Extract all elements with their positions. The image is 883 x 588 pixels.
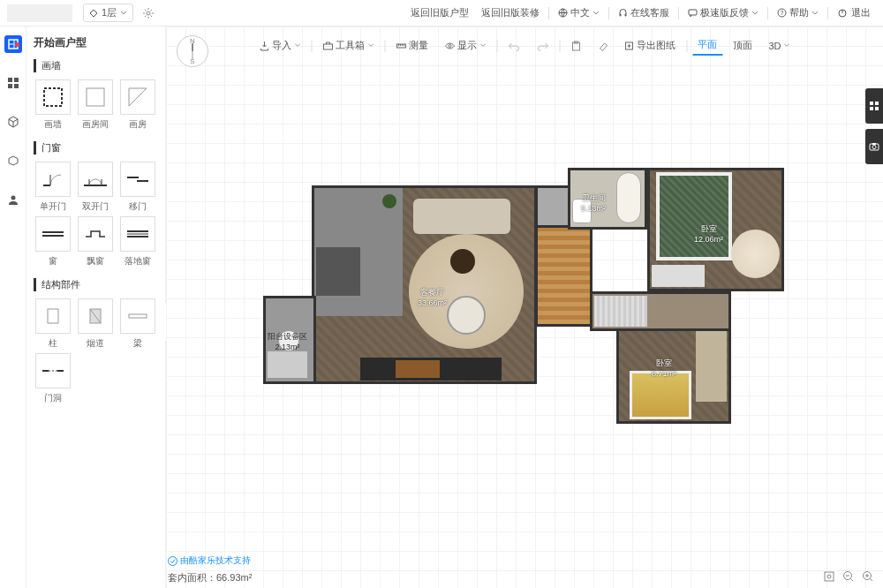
room-bath-area: 5.13m² xyxy=(581,204,606,213)
svg-point-55 xyxy=(827,575,831,578)
chevron-down-icon xyxy=(784,42,790,49)
credit: 由酷家乐技术支持 xyxy=(168,554,251,567)
comment-icon xyxy=(688,8,698,18)
tool-draw-wall[interactable]: 画墙 xyxy=(34,79,72,131)
help-link[interactable]: ? 帮助 xyxy=(772,6,824,19)
check-icon xyxy=(168,556,177,566)
svg-rect-14 xyxy=(14,84,19,88)
settings-gear-icon[interactable] xyxy=(142,7,155,19)
language-selector[interactable]: 中文 xyxy=(553,6,605,19)
export-button[interactable]: 导出图纸 xyxy=(618,36,681,55)
tool-beam[interactable]: 梁 xyxy=(118,298,157,350)
chevron-down-icon xyxy=(120,10,127,17)
svg-point-51 xyxy=(872,146,876,149)
svg-line-58 xyxy=(851,579,854,582)
nav-models[interactable] xyxy=(4,113,22,131)
svg-point-15 xyxy=(11,196,15,200)
svg-point-53 xyxy=(169,556,177,565)
erase-button[interactable] xyxy=(592,38,613,54)
exit-button[interactable]: 退出 xyxy=(832,6,876,19)
room-bedroom-name: 卧室 xyxy=(694,223,723,235)
tool-panel: 开始画户型 画墙 画墙 画房间 画房 门窗 单开门 xyxy=(26,26,166,588)
zoom-in[interactable] xyxy=(862,570,874,583)
redo-button[interactable] xyxy=(531,38,554,54)
tool-draw-room[interactable]: 画房间 xyxy=(76,79,115,131)
export-icon xyxy=(623,41,634,51)
svg-marker-0 xyxy=(90,10,97,17)
tool-floor-window[interactable]: 落地窗 xyxy=(118,216,157,268)
service-link[interactable]: 在线客服 xyxy=(613,6,675,19)
tool-single-door[interactable]: 单开门 xyxy=(34,162,72,213)
svg-rect-13 xyxy=(8,84,12,88)
eye-icon xyxy=(444,41,455,51)
side-nav xyxy=(0,26,26,588)
compass[interactable] xyxy=(177,35,208,67)
separator xyxy=(827,7,828,19)
top-bar: 1层 返回旧版户型 返回旧版装修 中文 在线客服 极速版反馈 ? 帮 xyxy=(0,0,883,26)
feedback-link[interactable]: 极速版反馈 xyxy=(683,6,764,19)
view-3d[interactable]: 3D xyxy=(763,38,795,54)
svg-rect-54 xyxy=(825,572,834,581)
room-bedroom-area: 12.06m² xyxy=(694,235,723,244)
svg-rect-3 xyxy=(689,10,697,15)
tool-niche[interactable]: 烟道 xyxy=(76,298,115,350)
toolbox-button[interactable]: 工具箱 xyxy=(317,36,379,55)
tool-window[interactable]: 窗 xyxy=(34,216,72,268)
svg-rect-52 xyxy=(872,143,876,145)
svg-rect-47 xyxy=(875,102,879,105)
floorplan[interactable]: 客餐厅 33.66m² 卫生间 5.13m² 卧室 12.06m² 阳台设备区 … xyxy=(219,159,753,441)
floor-icon xyxy=(89,9,98,18)
tool-bay-window[interactable]: 飘窗 xyxy=(76,216,115,268)
undo-button[interactable] xyxy=(502,38,525,54)
canvas[interactable]: 导入 工具箱 测量 显示 导出图纸 平面 顶面 xyxy=(166,26,883,588)
nav-materials[interactable] xyxy=(4,74,22,92)
import-icon xyxy=(259,41,269,51)
toolbox-icon xyxy=(322,41,333,51)
svg-rect-29 xyxy=(48,309,58,323)
svg-rect-36 xyxy=(323,44,332,49)
nav-floorplan[interactable] xyxy=(4,35,22,53)
tool-draw-free[interactable]: 画房 xyxy=(118,79,157,131)
room-bedroom2-area: 8.71m² xyxy=(652,369,676,378)
svg-rect-48 xyxy=(870,107,873,110)
nav-profile[interactable] xyxy=(4,191,22,208)
tool-double-door[interactable]: 双开门 xyxy=(76,162,115,213)
chevron-down-icon xyxy=(294,42,300,49)
room-bath-name: 卫生间 xyxy=(581,192,606,204)
tool-column[interactable]: 柱 xyxy=(34,298,72,350)
tool-opening[interactable]: 门洞 xyxy=(34,353,72,404)
back-layout-link[interactable]: 返回旧版户型 xyxy=(405,6,474,19)
nav-custom[interactable] xyxy=(4,152,22,170)
chevron-down-icon xyxy=(592,10,600,17)
view-ceiling[interactable]: 顶面 xyxy=(728,36,758,55)
measure-button[interactable]: 测量 xyxy=(390,36,434,55)
svg-line-62 xyxy=(871,579,873,582)
svg-rect-11 xyxy=(8,78,12,82)
separator xyxy=(678,7,679,19)
zoom-controls xyxy=(823,570,874,583)
app-logo xyxy=(7,4,72,22)
right-tab-grid[interactable] xyxy=(865,88,883,124)
view-plan[interactable]: 平面 xyxy=(692,35,722,56)
display-button[interactable]: 显示 xyxy=(439,36,491,55)
svg-rect-46 xyxy=(870,102,873,105)
right-tabs xyxy=(865,88,883,164)
back-decor-link[interactable]: 返回旧版装修 xyxy=(476,6,545,19)
section-wall: 画墙 xyxy=(34,59,158,72)
separator xyxy=(548,7,549,19)
zoom-out[interactable] xyxy=(842,570,855,583)
room-living-name: 客餐厅 xyxy=(418,287,447,298)
floor-selector[interactable]: 1层 xyxy=(83,4,133,22)
separator xyxy=(608,7,609,19)
tool-slide-door[interactable]: 移门 xyxy=(118,162,157,213)
import-button[interactable]: 导入 xyxy=(253,36,306,55)
room-bedroom2-name: 卧室 xyxy=(652,358,676,369)
right-tab-camera[interactable] xyxy=(865,129,883,164)
floor-label: 1层 xyxy=(102,6,117,19)
zoom-fit[interactable] xyxy=(823,570,835,583)
paste-button[interactable] xyxy=(565,38,586,54)
canvas-toolbar: 导入 工具箱 测量 显示 导出图纸 平面 顶面 xyxy=(253,35,795,56)
chevron-down-icon xyxy=(479,42,486,49)
svg-rect-12 xyxy=(14,78,19,82)
area-info: 套内面积：66.93m² xyxy=(168,571,252,584)
